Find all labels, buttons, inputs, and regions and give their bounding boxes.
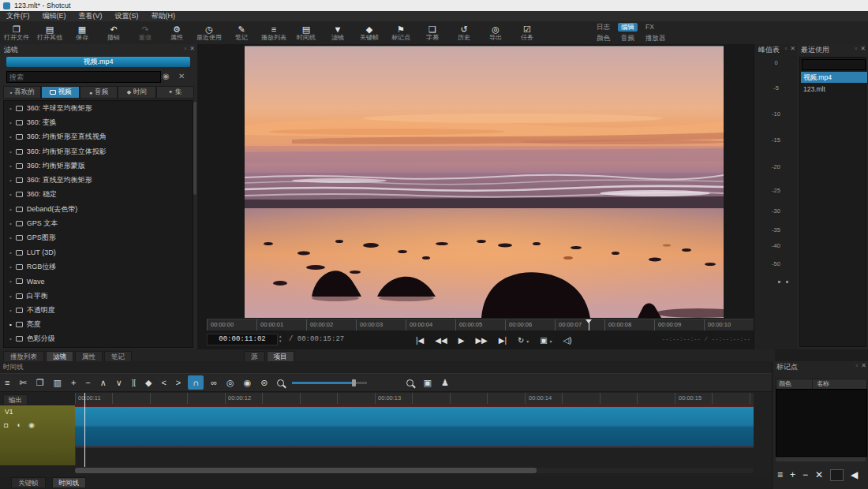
ripple-markers-icon[interactable]: ⊚ (256, 375, 272, 390)
recent-button[interactable]: ◷最近使用 (193, 22, 226, 44)
filter-list-item[interactable]: •GPS 文本 (4, 216, 193, 230)
filter-list-item[interactable]: •360: 稳定 (4, 188, 193, 202)
recent-search-input[interactable] (802, 59, 866, 70)
tab-source[interactable]: 源 (244, 351, 265, 361)
filter-list-item[interactable]: •360: 均衡矩形至立体投影 (4, 144, 193, 159)
previous-marker-icon[interactable]: < (156, 375, 170, 390)
markers-button[interactable]: ⚑标记点 (385, 22, 417, 44)
undo-button[interactable]: ↶撤销 (98, 22, 129, 44)
menu-settings[interactable]: 设置(S) (109, 11, 145, 21)
marker-color-swatch[interactable] (830, 469, 844, 481)
filters-search-input[interactable] (6, 71, 161, 83)
markers-float-button[interactable]: ▫ (855, 362, 858, 369)
clear-markers-icon[interactable]: ✕ (815, 469, 823, 480)
layout-fx[interactable]: FX (642, 23, 657, 32)
peak-float-button[interactable]: ▫ (784, 45, 787, 52)
player-playhead-line[interactable] (589, 319, 589, 330)
track-lock-icon[interactable]: ◘ (4, 421, 8, 429)
properties-button[interactable]: ⚙属性 (161, 22, 193, 44)
track-mute-icon[interactable]: ◖ (16, 421, 20, 429)
cut-icon[interactable]: ✄ (14, 375, 31, 390)
filter-list-item[interactable]: •不透明度 (4, 303, 193, 317)
timeline-ruler[interactable]: 00:00:11 00:00:12 00:00:13 00:00:14 00:0… (75, 393, 754, 405)
markers-col-color[interactable]: 颜色 (776, 379, 813, 389)
filters-clear-search-icon[interactable]: ✕ (178, 72, 185, 80)
layout-audio[interactable]: 音频 (618, 34, 638, 43)
redo-button[interactable]: ↷重做 (129, 22, 161, 44)
lift-icon[interactable]: ∧ (95, 375, 111, 390)
markers-close-button[interactable]: ✕ (861, 362, 866, 369)
timeline-clip[interactable] (75, 405, 754, 448)
recent-close-button[interactable]: ✕ (860, 45, 866, 52)
tab-project[interactable]: 项目 (267, 351, 294, 361)
subtitles-button[interactable]: ❏字幕 (417, 22, 448, 44)
keyframes-button[interactable]: ◆关键帧 (354, 22, 385, 44)
history-button[interactable]: ↺历史 (448, 22, 480, 44)
tab-notes[interactable]: 笔记 (104, 351, 132, 361)
menu-view[interactable]: 查看(V) (73, 11, 109, 21)
zoom-in-icon[interactable] (406, 379, 413, 386)
timeline-button[interactable]: ▤时间线 (290, 22, 322, 44)
recent-item-selected[interactable]: 视频.mp4 (801, 72, 867, 83)
filter-list-item[interactable]: •360: 均衡矩形蒙版 (4, 159, 193, 173)
menu-help[interactable]: 帮助(H) (145, 11, 182, 21)
scrollbar-thumb[interactable] (75, 468, 537, 473)
paste-icon[interactable]: ▥ (49, 375, 66, 390)
filters-button[interactable]: ▼滤镜 (322, 22, 354, 44)
rewind-button[interactable]: ◀◀ (435, 336, 447, 345)
timeline-output-button[interactable]: 输出 (3, 394, 28, 405)
recent-float-button[interactable]: ▫ (855, 45, 857, 52)
timeline-zoom-slider[interactable] (292, 382, 367, 384)
filter-list-item[interactable]: •亮度 (4, 317, 193, 331)
filter-tab-sets[interactable]: ✦集 (156, 86, 194, 99)
in-out-button[interactable]: ▣ ▾ (540, 336, 552, 345)
track-hide-icon[interactable]: ◉ (28, 421, 35, 429)
open-file-button[interactable]: ❐打开文件 (0, 22, 33, 44)
markers-list[interactable] (776, 389, 867, 457)
append-icon[interactable]: + (66, 375, 80, 390)
filter-tab-time[interactable]: ◆时间 (118, 86, 155, 99)
filter-list-item[interactable]: •Wave (4, 274, 193, 289)
recent-item[interactable]: 123.mlt (801, 84, 867, 95)
title-bar[interactable]: 123.mlt* - Shotcut (0, 0, 868, 11)
filter-list-item[interactable]: •Deband(去色带) (4, 202, 193, 216)
position-cursor-icon[interactable]: ♟ (436, 375, 454, 390)
filters-float-button[interactable]: ▫ (184, 45, 186, 52)
layout-editing[interactable]: 编辑 (618, 23, 638, 32)
scrub-while-dragging-icon[interactable]: ∞ (206, 375, 222, 390)
tab-playlist[interactable]: 播放列表 (3, 351, 44, 361)
filter-tab-audio[interactable]: ●音频 (80, 86, 118, 99)
filter-list-item[interactable]: •360: 半球至均衡矩形 (4, 101, 193, 115)
markers-col-name[interactable]: 名称 (813, 379, 829, 389)
filter-list-item[interactable]: •RGB位移 (4, 259, 193, 274)
create-marker-icon[interactable]: ◆ (140, 375, 156, 390)
next-marker-icon[interactable]: > (171, 375, 185, 390)
remove-marker-icon[interactable]: − (803, 469, 808, 480)
timeline-menu-icon[interactable]: ≡ (0, 375, 14, 390)
copy-icon[interactable]: ❐ (32, 375, 49, 390)
add-marker-icon[interactable]: + (790, 469, 795, 480)
player-time-ruler[interactable]: 00:00:00 00:00:01 00:00:02 00:00:03 00:0… (207, 319, 754, 330)
layout-player[interactable]: 播放器 (642, 34, 669, 43)
filter-list-scrollbar[interactable] (193, 102, 196, 195)
skip-to-end-button[interactable]: ▶| (499, 336, 507, 345)
markers-scrollbar[interactable] (776, 457, 866, 461)
peak-close-button[interactable]: ✕ (790, 45, 795, 52)
loop-button[interactable]: ↻ ▾ (518, 336, 529, 345)
filter-tab-favorites[interactable]: ▪喜欢的 (3, 86, 41, 99)
menu-edit[interactable]: 编辑(E) (36, 11, 73, 21)
tab-keyframes[interactable]: 关键帧 (11, 477, 46, 487)
filters-search-options-icon[interactable]: ◉ (163, 72, 170, 80)
zoom-fit-icon[interactable]: ▣ (418, 375, 436, 390)
filter-list-item[interactable]: •LUT (3D) (4, 245, 193, 259)
fast-forward-button[interactable]: ▶▶ (475, 336, 487, 345)
zoom-out-icon[interactable] (277, 379, 284, 386)
filter-list-item[interactable]: •GPS图形 (4, 231, 193, 245)
seek-marker-icon[interactable]: ◀ (851, 469, 858, 480)
ripple-all-tracks-icon[interactable]: ◉ (239, 375, 256, 390)
tab-properties[interactable]: 属性 (75, 351, 103, 361)
track-header-v1[interactable]: V1 ◘ ◖ ◉ (0, 405, 76, 465)
filter-list-item[interactable]: •360: 均衡矩形至直线视角 (4, 130, 193, 144)
ripple-delete-icon[interactable]: − (80, 375, 95, 390)
filter-list-item[interactable]: •白平衡 (4, 289, 193, 303)
